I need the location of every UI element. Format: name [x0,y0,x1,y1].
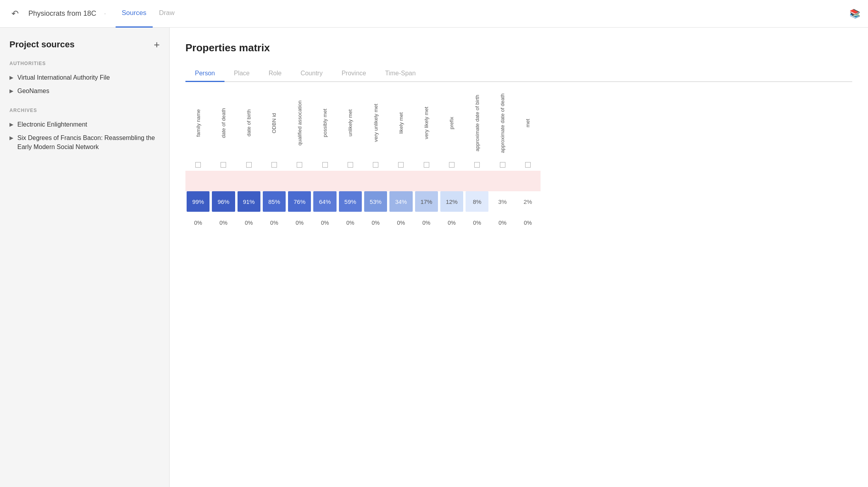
zero-cell-7: 0% [363,215,388,231]
tab-draw[interactable]: Draw [153,0,181,28]
dot-separator: · [104,10,106,17]
expand-icon: ▶ [9,88,13,94]
archives-section: ARCHIVES ▶ Electronic Enlightenment ▶ Si… [9,108,160,154]
checkbox-cell-0[interactable] [185,160,211,171]
sidebar-title: Project sources [9,39,75,50]
col-header-2: date of birth [236,91,262,160]
pink-cell-9 [414,171,439,191]
checkbox-cell-12[interactable] [490,160,515,171]
pink-cell-11 [464,171,490,191]
topbar: ↶ Physiocrats from 18C · Sources Draw 📚 [0,0,868,28]
checkbox-cell-11[interactable] [464,160,490,171]
bar-cell-4: 76% [287,191,312,212]
ee-name: Electronic Enlightenment [17,120,87,129]
matrix-tab-role[interactable]: Role [259,66,291,82]
zero-cell-1: 0% [211,215,236,231]
checkbox-cell-2[interactable] [236,160,262,171]
pink-cell-13 [515,171,541,191]
col-header-0: family name [185,91,211,160]
bar-cell-1: 96% [211,191,236,212]
book-icon[interactable]: 📚 [849,9,860,19]
sidebar: Project sources + AUTHORITIES ▶ Virtual … [0,28,170,487]
zero-cell-10: 0% [439,215,464,231]
bar-cell-8: 34% [388,191,413,212]
pink-cell-10 [439,171,464,191]
matrix-tab-country[interactable]: Country [291,66,332,82]
sidebar-item-sixdeg[interactable]: ▶ Six Degrees of Francis Bacon: Reassemb… [9,131,160,154]
col-header-1: date of death [211,91,236,160]
col-header-3: ODBN id [262,91,287,160]
sixdeg-name: Six Degrees of Francis Bacon: Reassembli… [17,134,160,151]
authorities-section: AUTHORITIES ▶ Virtual International Auth… [9,61,160,98]
col-header-11: approximate date of birth [464,91,490,160]
bar-cell-12: 3% [490,191,515,212]
checkbox-cell-3[interactable] [262,160,287,171]
pink-cell-0 [185,171,211,191]
checkbox-cell-5[interactable] [312,160,337,171]
pink-cell-3 [262,171,287,191]
project-title: Physiocrats from 18C [28,9,96,18]
zero-cell-8: 0% [388,215,413,231]
matrix-tab-province[interactable]: Province [332,66,376,82]
col-header-8: likely met [388,91,413,160]
zero-cell-6: 0% [338,215,363,231]
pink-cell-8 [388,171,413,191]
col-header-9: very likely met [414,91,439,160]
sidebar-item-viaf[interactable]: ▶ Virtual International Authority File [9,71,160,84]
authorities-label: AUTHORITIES [9,61,160,66]
expand-icon: ▶ [9,75,13,80]
zero-cell-2: 0% [236,215,262,231]
pink-cell-5 [312,171,337,191]
viaf-name: Virtual International Authority File [17,73,110,82]
geonames-name: GeoNames [17,87,49,95]
bar-cell-0: 99% [185,191,211,212]
expand-icon: ▶ [9,121,13,127]
sidebar-item-geonames[interactable]: ▶ GeoNames [9,84,160,98]
col-header-6: unlikely met [338,91,363,160]
back-button[interactable]: ↶ [8,7,22,21]
sidebar-item-ee[interactable]: ▶ Electronic Enlightenment [9,118,160,131]
main-content: Properties matrix PersonPlaceRoleCountry… [170,28,868,487]
zero-cell-3: 0% [262,215,287,231]
bar-cell-3: 85% [262,191,287,212]
matrix-tab-time-span[interactable]: Time-Span [376,66,425,82]
bar-cell-6: 59% [338,191,363,212]
matrix-tab-person[interactable]: Person [185,66,224,82]
matrix-tab-place[interactable]: Place [224,66,259,82]
col-header-5: possibly met [312,91,337,160]
sidebar-header: Project sources + [9,39,160,50]
checkbox-cell-13[interactable] [515,160,541,171]
checkbox-cell-1[interactable] [211,160,236,171]
checkbox-cell-10[interactable] [439,160,464,171]
main-layout: Project sources + AUTHORITIES ▶ Virtual … [0,28,868,487]
archives-label: ARCHIVES [9,108,160,113]
add-source-button[interactable]: + [154,39,160,50]
bar-cell-9: 17% [414,191,439,212]
pink-cell-4 [287,171,312,191]
pink-cell-12 [490,171,515,191]
pink-cell-7 [363,171,388,191]
bar-cell-10: 12% [439,191,464,212]
zero-cell-11: 0% [464,215,490,231]
pink-cell-2 [236,171,262,191]
bar-cell-11: 8% [464,191,490,212]
matrix-wrapper: family namedate of deathdate of birthODB… [185,91,852,231]
matrix-table: family namedate of deathdate of birthODB… [185,91,541,231]
bar-cell-2: 91% [236,191,262,212]
bar-cell-5: 64% [312,191,337,212]
tab-sources[interactable]: Sources [116,0,153,28]
zero-cell-13: 0% [515,215,541,231]
checkbox-cell-4[interactable] [287,160,312,171]
topbar-nav: Sources Draw [116,0,181,28]
pink-cell-1 [211,171,236,191]
checkbox-cell-9[interactable] [414,160,439,171]
matrix-title: Properties matrix [185,42,852,54]
checkbox-cell-6[interactable] [338,160,363,171]
checkbox-cell-8[interactable] [388,160,413,171]
zero-cell-5: 0% [312,215,337,231]
col-header-12: approximate date of death [490,91,515,160]
col-header-13: met [515,91,541,160]
checkbox-cell-7[interactable] [363,160,388,171]
col-header-4: qualified assocation [287,91,312,160]
expand-icon: ▶ [9,135,13,141]
